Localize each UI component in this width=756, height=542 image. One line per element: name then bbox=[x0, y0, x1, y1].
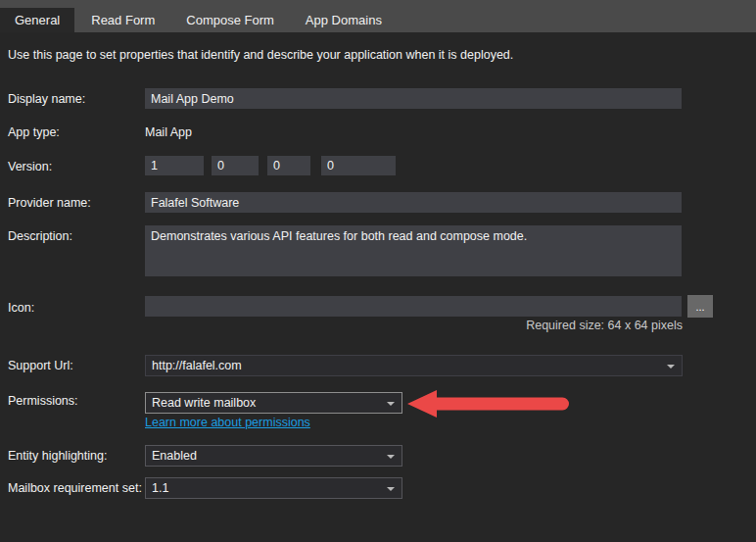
provider-name-input[interactable] bbox=[145, 192, 682, 213]
tab-general[interactable]: General bbox=[0, 8, 74, 32]
icon-browse-button[interactable]: ... bbox=[687, 295, 713, 318]
chevron-down-icon[interactable] bbox=[387, 402, 395, 406]
display-name-label: Display name: bbox=[8, 92, 85, 106]
version-label: Version: bbox=[8, 160, 52, 173]
version-build-input[interactable] bbox=[267, 156, 310, 175]
version-major-input[interactable] bbox=[145, 156, 204, 175]
description-label: Description: bbox=[8, 229, 72, 243]
tab-bar: General Read Form Compose Form App Domai… bbox=[0, 0, 756, 32]
provider-name-label: Provider name: bbox=[8, 196, 91, 210]
entity-highlighting-combobox[interactable]: Enabled bbox=[145, 445, 402, 467]
tab-app-domains[interactable]: App Domains bbox=[291, 8, 397, 32]
page-description: Use this page to set properties that ide… bbox=[8, 48, 513, 62]
version-minor-input[interactable] bbox=[212, 156, 259, 175]
support-url-combobox[interactable]: http://falafel.com bbox=[145, 355, 683, 376]
permissions-label: Permissions: bbox=[8, 394, 78, 408]
support-url-value: http://falafel.com bbox=[152, 359, 242, 372]
description-textarea[interactable]: Demonstrates various API features for bo… bbox=[145, 225, 682, 276]
support-url-label: Support Url: bbox=[8, 359, 73, 372]
entity-highlighting-value: Enabled bbox=[152, 449, 197, 463]
permissions-value: Read write mailbox bbox=[152, 396, 256, 410]
permissions-combobox[interactable]: Read write mailbox bbox=[145, 392, 402, 414]
chevron-down-icon[interactable] bbox=[387, 487, 395, 491]
icon-path-input[interactable] bbox=[145, 296, 682, 317]
learn-more-permissions-link[interactable]: Learn more about permissions bbox=[145, 416, 310, 429]
app-type-value: Mail App bbox=[145, 125, 192, 139]
display-name-input[interactable] bbox=[145, 88, 682, 109]
app-type-label: App type: bbox=[8, 125, 60, 139]
entity-highlighting-label: Entity highlighting: bbox=[8, 449, 107, 463]
icon-label: Icon: bbox=[8, 301, 34, 315]
chevron-down-icon[interactable] bbox=[667, 365, 675, 369]
tab-read-form[interactable]: Read Form bbox=[76, 8, 169, 32]
icon-size-hint: Required size: 64 x 64 pixels bbox=[145, 319, 683, 332]
chevron-down-icon[interactable] bbox=[387, 455, 395, 459]
red-annotation-arrow-icon bbox=[404, 384, 576, 423]
mailbox-requirement-set-label: Mailbox requirement set: bbox=[8, 481, 142, 495]
mailbox-requirement-set-combobox[interactable]: 1.1 bbox=[145, 477, 402, 499]
version-revision-input[interactable] bbox=[321, 156, 396, 175]
tab-compose-form[interactable]: Compose Form bbox=[171, 8, 289, 32]
mailbox-requirement-set-value: 1.1 bbox=[152, 481, 168, 495]
manifest-designer-page: General Read Form Compose Form App Domai… bbox=[0, 0, 756, 542]
